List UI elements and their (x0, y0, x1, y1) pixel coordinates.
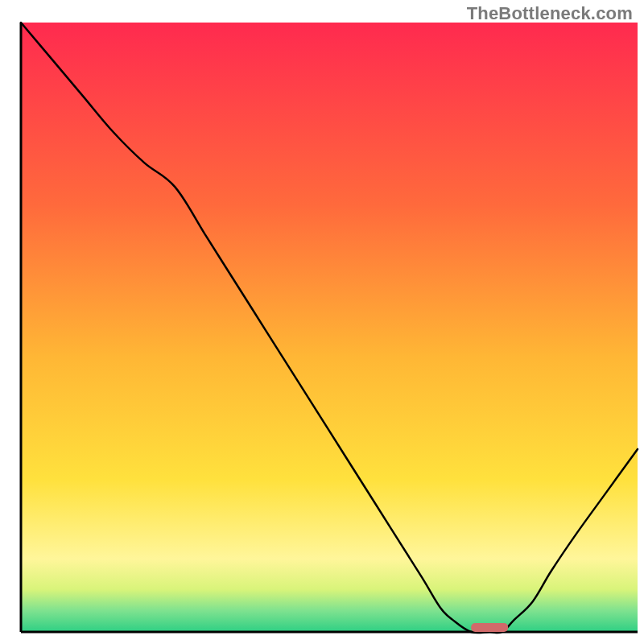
plot-background (21, 23, 638, 632)
bottleneck-chart (0, 0, 644, 644)
watermark-text: TheBottleneck.com (467, 3, 633, 24)
chart-frame: TheBottleneck.com (0, 0, 644, 644)
optimal-marker (471, 623, 508, 632)
